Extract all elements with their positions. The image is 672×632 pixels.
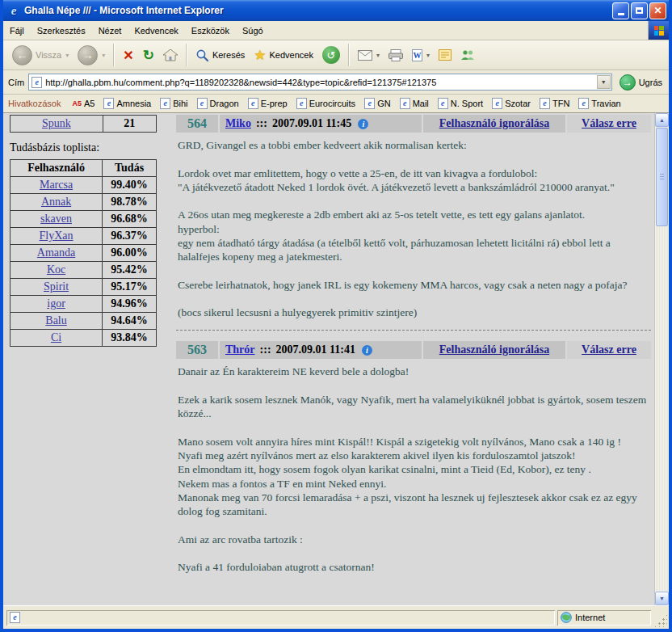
spunk-user-link[interactable]: Spunk: [42, 117, 71, 129]
toplist-user-link[interactable]: Spirit: [44, 280, 69, 293]
info-icon[interactable]: i: [358, 119, 368, 129]
link-label: Bihi: [173, 99, 187, 108]
toplist-header-user: Felhasználó: [10, 160, 103, 177]
windows-logo: [648, 21, 669, 40]
links-bar-item-szotar[interactable]: eSzotar: [488, 97, 535, 110]
address-input[interactable]: e http://ghalla.pbm.hu/comment.php?q=118…: [28, 74, 611, 91]
reply-link[interactable]: Válasz erre: [582, 343, 636, 356]
post-author-link[interactable]: Thrór: [225, 343, 255, 356]
menu-kedvencek[interactable]: Kedvencek: [128, 23, 184, 39]
discuss-icon: [439, 49, 452, 61]
ie-logo-icon: e: [7, 4, 20, 17]
toplist-score: 96.68%: [103, 211, 157, 228]
vertical-scrollbar[interactable]: ▲ ▼: [654, 113, 669, 605]
table-row: skaven96.68%: [10, 211, 157, 228]
links-bar-item-a5[interactable]: A5A5: [68, 98, 99, 109]
back-button[interactable]: ← Vissza ▾: [8, 43, 73, 68]
toplist-user-link[interactable]: skaven: [40, 213, 72, 225]
scroll-up-button[interactable]: ▲: [655, 113, 669, 127]
address-dropdown-button[interactable]: ▼: [597, 75, 611, 89]
address-bar: Cím e http://ghalla.pbm.hu/comment.php?q…: [3, 70, 669, 95]
links-bar-item-dragon[interactable]: eDragon: [193, 97, 243, 110]
a5-icon: A5: [72, 99, 82, 107]
menu-sugo[interactable]: Súgó: [236, 23, 270, 39]
ie-page-icon: e: [32, 77, 42, 88]
toplist-score: 94.64%: [103, 313, 157, 330]
favorites-button[interactable]: ★ Kedvencek: [250, 44, 317, 66]
links-bar-item-tfn[interactable]: eTFN: [536, 97, 573, 110]
maximize-button[interactable]: [631, 2, 648, 19]
toplist-user-link[interactable]: Balu: [45, 314, 66, 327]
stop-icon: ✕: [123, 48, 133, 63]
messenger-icon: [460, 49, 475, 61]
reply-cell: Válasz erre: [567, 115, 651, 133]
toplist-user-link[interactable]: Koc: [47, 263, 65, 276]
window-controls: ✕: [612, 2, 666, 19]
link-label: E-prep: [261, 99, 288, 108]
ignore-user-link[interactable]: Felhasználó ignorálása: [439, 343, 550, 356]
table-row: igor94.96%: [10, 296, 157, 313]
home-button[interactable]: [159, 47, 182, 64]
links-bar-item-bihi[interactable]: eBihi: [156, 97, 191, 110]
links-bar-item-eurocircuits[interactable]: eEurocircuits: [292, 97, 359, 110]
scrollbar-thumb[interactable]: [656, 128, 668, 226]
table-row: FlyXan96.37%: [10, 228, 157, 245]
ie-page-icon: e: [400, 98, 410, 109]
toplist-user-link[interactable]: igor: [47, 297, 65, 310]
links-bar-item-nsport[interactable]: eN. Sport: [434, 97, 487, 110]
menu-eszkozok[interactable]: Eszközök: [185, 23, 236, 39]
history-button[interactable]: ↺: [318, 44, 344, 66]
toplist-user-link[interactable]: FlyXan: [40, 230, 74, 242]
ignore-user-link[interactable]: Felhasználó ignorálása: [439, 117, 550, 130]
mail-button[interactable]: ▾: [354, 48, 384, 63]
ie-page-icon: e: [103, 98, 114, 109]
back-label: Vissza: [36, 50, 61, 60]
resize-grip[interactable]: [653, 613, 667, 627]
search-button[interactable]: Keresés: [191, 46, 249, 65]
minimize-button[interactable]: [612, 2, 629, 19]
toplist-user-link[interactable]: Ci: [51, 331, 61, 343]
ie-page-icon: e: [438, 98, 448, 109]
ie-page-icon: e: [248, 98, 258, 109]
zone-label: Internet: [575, 613, 605, 622]
menu-szerkesztes[interactable]: Szerkesztés: [31, 23, 92, 39]
messenger-button[interactable]: [456, 47, 479, 63]
table-header-row: Felhasználó Tudás: [10, 160, 157, 177]
post-author-bar: Miko ::: 2007.09.01 11:45 i: [220, 115, 422, 133]
discuss-button[interactable]: [435, 47, 456, 63]
close-icon: ✕: [653, 5, 662, 16]
links-bar-item-mail[interactable]: eMail: [396, 97, 433, 110]
reply-link[interactable]: Válasz erre: [582, 117, 636, 130]
toplist-user-link[interactable]: Marcsa: [40, 179, 73, 191]
post-author-link[interactable]: Miko: [225, 117, 251, 130]
link-label: GN: [377, 99, 391, 108]
links-bar-label: Hivatkozások: [8, 99, 61, 108]
stop-button[interactable]: ✕: [119, 45, 137, 65]
links-bar-item-amnesia[interactable]: eAmnesia: [99, 97, 155, 110]
title-bar[interactable]: e Ghalla Népe /// - Microsoft Internet E…: [3, 0, 669, 21]
toplist-title: Tudásbázis toplista:: [10, 141, 157, 154]
home-icon: [163, 49, 178, 61]
go-label: Ugrás: [639, 78, 662, 87]
address-label: Cím: [6, 78, 24, 87]
menu-nezet[interactable]: Nézet: [92, 23, 128, 39]
print-button[interactable]: [384, 47, 407, 64]
scrollbar-track[interactable]: [655, 227, 669, 592]
links-bar-item-eprep[interactable]: eE-prep: [244, 97, 292, 110]
go-button[interactable]: → Ugrás: [616, 74, 666, 91]
menu-fajl[interactable]: Fájl: [3, 23, 31, 39]
refresh-button[interactable]: ↻: [139, 44, 158, 66]
link-label: Amnesia: [116, 99, 151, 108]
info-icon[interactable]: i: [362, 345, 372, 356]
table-row: Spirit95.17%: [10, 279, 157, 296]
post-number: 564: [176, 115, 218, 133]
toplist-user-link[interactable]: Amanda: [37, 246, 75, 259]
forward-button[interactable]: → ▾: [74, 43, 109, 68]
table-row: Balu94.64%: [10, 313, 157, 330]
toplist-user-link[interactable]: Annak: [41, 196, 71, 208]
links-bar-item-travian[interactable]: eTravian: [574, 97, 624, 110]
edit-button[interactable]: W ▾: [408, 47, 434, 64]
links-bar-item-gn[interactable]: eGN: [360, 97, 395, 110]
close-button[interactable]: ✕: [649, 2, 666, 19]
scroll-down-button[interactable]: ▼: [655, 592, 669, 605]
